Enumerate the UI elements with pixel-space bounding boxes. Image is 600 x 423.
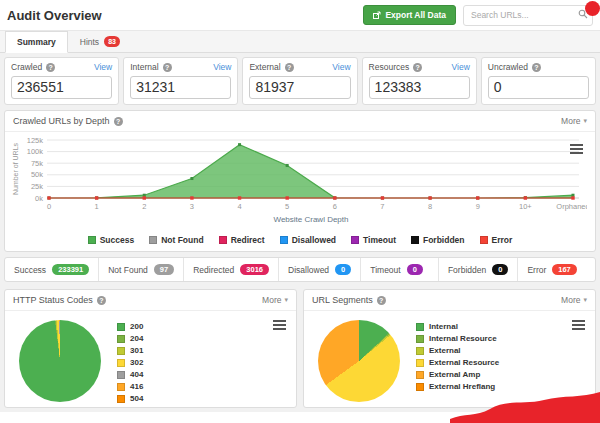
legend-item: 204 xyxy=(117,334,143,343)
legend-item: 504 xyxy=(117,394,143,403)
help-icon[interactable]: ? xyxy=(285,63,294,72)
legend-swatch xyxy=(117,371,125,379)
chart-menu-icon[interactable] xyxy=(273,320,286,330)
status-cell-success[interactable]: Success233391 xyxy=(5,258,99,281)
url-segments-header: URL Segments ? More ▾ xyxy=(304,290,595,311)
view-link[interactable]: View xyxy=(452,62,470,72)
legend-item: External Resource xyxy=(416,358,499,367)
legend-label: Internal xyxy=(429,322,458,331)
help-icon[interactable]: ? xyxy=(377,296,386,305)
http-status-codes-title: HTTP Status Codes xyxy=(13,295,93,305)
status-count-badge: 97 xyxy=(154,264,174,276)
legend-label: 416 xyxy=(130,382,143,391)
legend-label: 504 xyxy=(130,394,143,403)
tab-summary[interactable]: Summary xyxy=(5,31,68,53)
help-icon[interactable]: ? xyxy=(46,63,55,72)
more-dropdown[interactable]: More ▾ xyxy=(561,116,587,126)
legend-swatch xyxy=(117,359,125,367)
svg-text:2: 2 xyxy=(142,202,146,211)
stat-card-header: External?View xyxy=(249,62,350,72)
stat-card: Internal?View31231 xyxy=(123,57,238,105)
chart-menu-icon[interactable] xyxy=(572,320,585,330)
legend-swatch xyxy=(416,323,424,331)
view-link[interactable]: View xyxy=(213,62,231,72)
export-all-data-button[interactable]: Export All Data xyxy=(363,5,456,25)
tab-hints-label: Hints xyxy=(80,37,99,47)
svg-text:0k: 0k xyxy=(35,194,43,203)
tab-hints[interactable]: Hints 83 xyxy=(68,31,132,52)
stat-value: 81937 xyxy=(249,76,350,99)
crawl-depth-panel: Crawled URLs by Depth ? More ▾ 125k100k7… xyxy=(4,110,596,252)
legend-label: Not Found xyxy=(161,235,203,245)
chart-legend: SuccessNot FoundRedirectDisallowedTimeou… xyxy=(5,234,595,251)
red-annotation-blob xyxy=(450,389,600,423)
legend-item: Redirect xyxy=(219,235,265,245)
view-link[interactable]: View xyxy=(332,62,350,72)
view-link[interactable]: View xyxy=(94,62,112,72)
stat-card: External?View81937 xyxy=(242,57,357,105)
page-title: Audit Overview xyxy=(7,8,363,23)
main-content: Crawled?View236551Internal?View31231Exte… xyxy=(0,53,600,412)
status-label: Redirected xyxy=(193,265,234,275)
legend-label: 301 xyxy=(130,346,143,355)
stat-label: Crawled xyxy=(11,62,42,72)
legend-item: 301 xyxy=(117,346,143,355)
stat-card: Resources?View123383 xyxy=(362,57,477,105)
help-icon[interactable]: ? xyxy=(114,117,123,126)
help-icon[interactable]: ? xyxy=(413,63,422,72)
svg-text:100k: 100k xyxy=(27,147,44,156)
svg-text:3: 3 xyxy=(190,202,194,211)
legend-item: Internal xyxy=(416,322,499,331)
url-segments-title: URL Segments xyxy=(312,295,373,305)
svg-text:25k: 25k xyxy=(31,182,43,191)
crawl-depth-panel-title: Crawled URLs by Depth xyxy=(13,116,110,126)
legend-item: Disallowed xyxy=(280,235,336,245)
status-count-badge: 0 xyxy=(407,264,423,276)
hints-count-badge: 83 xyxy=(104,36,120,47)
legend-label: 200 xyxy=(130,322,143,331)
status-cell-redirected[interactable]: Redirected3016 xyxy=(184,258,279,281)
crawl-depth-chart-area: 125k100k75k50k25k0kNumber of URLs0123456… xyxy=(5,132,595,234)
help-icon[interactable]: ? xyxy=(163,63,172,72)
status-count-badge: 0 xyxy=(492,264,508,276)
http-status-codes-header: HTTP Status Codes ? More ▾ xyxy=(5,290,296,311)
status-cell-error[interactable]: Error167 xyxy=(518,258,595,281)
legend-label: External xyxy=(429,346,461,355)
svg-text:8: 8 xyxy=(428,202,432,211)
chart-menu-icon[interactable] xyxy=(570,144,583,154)
legend-swatch xyxy=(117,347,125,355)
legend-item: Not Found xyxy=(149,235,203,245)
svg-text:125k: 125k xyxy=(27,136,44,145)
status-cell-timeout[interactable]: Timeout0 xyxy=(361,258,439,281)
svg-text:9: 9 xyxy=(476,202,480,211)
status-cell-forbidden[interactable]: Forbidden0 xyxy=(439,258,518,281)
http-status-codes-body: 200204301302404416504 xyxy=(5,311,296,403)
more-dropdown[interactable]: More ▾ xyxy=(262,295,288,305)
crawl-depth-chart: 125k100k75k50k25k0kNumber of URLs0123456… xyxy=(9,134,587,230)
legend-swatch xyxy=(411,236,419,244)
chevron-down-icon: ▾ xyxy=(583,117,587,125)
legend-swatch xyxy=(351,236,359,244)
svg-text:0: 0 xyxy=(47,202,51,211)
legend-item: Success xyxy=(88,235,135,245)
export-button-label: Export All Data xyxy=(385,10,446,20)
legend-swatch xyxy=(480,236,488,244)
stat-card-header: Resources?View xyxy=(369,62,470,72)
legend-item: 200 xyxy=(117,322,143,331)
status-count-badge: 0 xyxy=(335,264,351,276)
legend-item: 404 xyxy=(117,370,143,379)
search-box xyxy=(463,4,593,26)
legend-swatch xyxy=(117,395,125,403)
status-summary-row: Success233391Not Found97Redirected3016Di… xyxy=(4,257,596,282)
legend-label: Success xyxy=(100,235,135,245)
help-icon[interactable]: ? xyxy=(532,63,541,72)
search-input[interactable] xyxy=(463,5,593,26)
stat-label: Internal xyxy=(130,62,158,72)
status-cell-disallowed[interactable]: Disallowed0 xyxy=(279,258,361,281)
more-dropdown[interactable]: More ▾ xyxy=(561,295,587,305)
legend-swatch xyxy=(416,347,424,355)
status-cell-not-found[interactable]: Not Found97 xyxy=(99,258,184,281)
legend-label: 302 xyxy=(130,358,143,367)
help-icon[interactable]: ? xyxy=(97,296,106,305)
legend-swatch xyxy=(117,323,125,331)
